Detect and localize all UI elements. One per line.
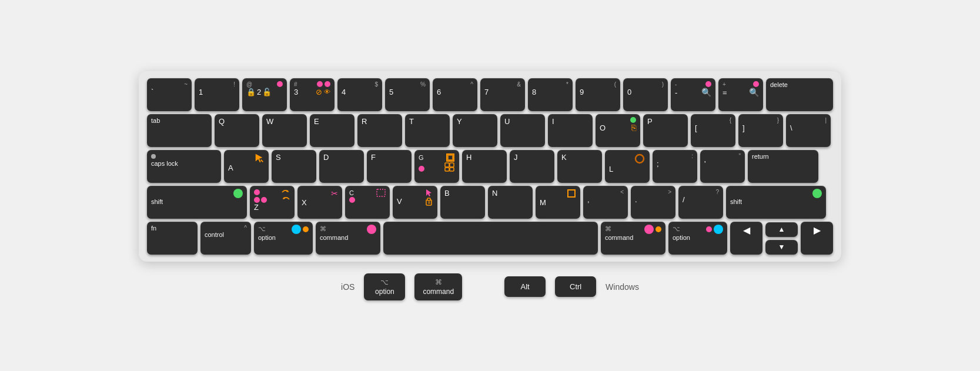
key-tilde[interactable]: ~ ` xyxy=(147,78,192,111)
key-w[interactable]: W xyxy=(262,114,307,147)
key-fn[interactable]: fn xyxy=(147,222,198,255)
key-x[interactable]: ✂ X xyxy=(297,186,342,219)
key-command-left[interactable]: ⌘ command xyxy=(316,222,380,255)
key-period[interactable]: > . xyxy=(631,186,675,219)
dot-pink-g xyxy=(419,166,424,172)
key-g[interactable]: G xyxy=(414,150,459,183)
key-command-right[interactable]: ⌘ command xyxy=(601,222,665,255)
delete-label: delete xyxy=(770,81,829,88)
key-a[interactable]: A xyxy=(224,150,269,183)
key-s[interactable]: S xyxy=(272,150,316,183)
key-option-right[interactable]: ⌥ option xyxy=(668,222,727,255)
key-v[interactable]: V xyxy=(393,186,437,219)
key-option-left[interactable]: ⌥ option xyxy=(254,222,313,255)
key-l[interactable]: L xyxy=(605,150,650,183)
return-label: return xyxy=(752,153,814,160)
key-arrow-up[interactable]: ▲ xyxy=(765,222,798,237)
key-9[interactable]: ( 9 xyxy=(576,78,620,111)
dot-orange-option-l xyxy=(303,226,309,232)
key-f[interactable]: F xyxy=(367,150,412,183)
legend-alt-label: Alt xyxy=(521,282,530,291)
legend-command-key[interactable]: ⌘ command xyxy=(414,273,462,300)
key-return[interactable]: return xyxy=(748,150,818,183)
key-e[interactable]: E xyxy=(310,114,354,147)
key-h[interactable]: H xyxy=(462,150,507,183)
dot-pink-c xyxy=(349,197,355,203)
key-t[interactable]: T xyxy=(405,114,450,147)
key-o[interactable]: O ⎘ xyxy=(596,114,640,147)
key-5[interactable]: % 5 xyxy=(385,78,430,111)
key-lbracket[interactable]: { [ xyxy=(691,114,735,147)
key-space[interactable] xyxy=(383,222,598,255)
legend-alt-key[interactable]: Alt xyxy=(504,276,546,297)
command-right-label: command xyxy=(605,234,661,241)
key-semicolon[interactable]: : ; xyxy=(653,150,697,183)
key-arrow-updown: ▲ ▼ xyxy=(765,222,798,255)
key-y[interactable]: Y xyxy=(453,114,497,147)
dot-green-o xyxy=(630,117,636,123)
key-capslock[interactable]: caps lock xyxy=(147,150,221,183)
dot-pink-2 xyxy=(277,81,283,87)
key-6[interactable]: ^ 6 xyxy=(433,78,477,111)
dot-orange-command-r xyxy=(655,226,661,232)
dot-green-shift-r xyxy=(812,189,822,198)
key-tab[interactable]: tab xyxy=(147,114,212,147)
key-n[interactable]: N xyxy=(488,186,533,219)
key-rbracket[interactable]: } ] xyxy=(738,114,783,147)
key-j[interactable]: J xyxy=(510,150,554,183)
key-k[interactable]: K xyxy=(557,150,602,183)
svg-rect-4 xyxy=(445,163,449,167)
key-quote[interactable]: " ' xyxy=(700,150,745,183)
key-shift-left[interactable]: shift xyxy=(147,186,247,219)
dotted-rect-icon-c xyxy=(376,189,386,197)
dot-pink-z3 xyxy=(261,197,267,203)
shift-right-label: shift xyxy=(730,198,822,205)
key-7[interactable]: & 7 xyxy=(480,78,525,111)
key-shift-right[interactable]: shift xyxy=(726,186,826,219)
key-r[interactable]: R xyxy=(357,114,402,147)
key-backslash[interactable]: | \ xyxy=(786,114,831,147)
key-m[interactable]: M xyxy=(536,186,580,219)
keyboard-wrapper: ~ ` ! 1 @ xyxy=(127,59,853,312)
key-u[interactable]: U xyxy=(500,114,545,147)
redo-icon-z xyxy=(281,196,290,203)
key-c[interactable]: C xyxy=(345,186,390,219)
key-slash[interactable]: ? / xyxy=(678,186,723,219)
key-q[interactable]: Q xyxy=(215,114,259,147)
key-arrow-right[interactable]: ▶ xyxy=(801,222,833,255)
key-3[interactable]: # 3 ⊘ 👁 xyxy=(290,78,335,111)
legend-option-key[interactable]: ⌥ option xyxy=(364,273,405,300)
keyboard: ~ ` ! 1 @ xyxy=(139,71,841,262)
key-2[interactable]: @ 🔒 2 🔓 xyxy=(242,78,287,111)
legend-ctrl-key[interactable]: Ctrl xyxy=(555,276,596,297)
key-p[interactable]: P xyxy=(643,114,688,147)
key-i[interactable]: I xyxy=(548,114,593,147)
tab-label: tab xyxy=(151,117,208,124)
key-4[interactable]: $ 4 xyxy=(337,78,382,111)
key-0[interactable]: ) 0 xyxy=(623,78,668,111)
dot-pink-option-r xyxy=(706,226,712,232)
svg-rect-5 xyxy=(450,163,454,167)
undo-icon-z xyxy=(281,189,290,196)
key-comma[interactable]: < , xyxy=(583,186,628,219)
square-icon-m xyxy=(567,189,576,198)
key-arrow-left[interactable]: ◀ xyxy=(730,222,762,255)
key-equals[interactable]: + = 🔍 xyxy=(718,78,763,111)
key-b[interactable]: B xyxy=(440,186,485,219)
svg-rect-15 xyxy=(428,202,430,202)
key-8[interactable]: * 8 xyxy=(528,78,573,111)
control-label: control xyxy=(205,231,247,238)
key-arrow-down[interactable]: ▼ xyxy=(765,240,798,255)
key-control[interactable]: ^ control xyxy=(200,222,251,255)
key-z[interactable]: Z xyxy=(250,186,295,219)
svg-marker-0 xyxy=(256,153,263,162)
key-d[interactable]: D xyxy=(319,150,364,183)
svg-rect-11 xyxy=(377,189,385,196)
legend-ctrl-label: Ctrl xyxy=(570,282,581,291)
scissors-icon-x: ✂ xyxy=(331,189,338,198)
svg-rect-3 xyxy=(448,155,453,160)
key-minus[interactable]: - - 🔍 xyxy=(671,78,715,111)
key-1[interactable]: ! 1 xyxy=(195,78,239,111)
key-delete[interactable]: delete xyxy=(766,78,833,111)
row-zxcv: shift xyxy=(147,186,833,219)
